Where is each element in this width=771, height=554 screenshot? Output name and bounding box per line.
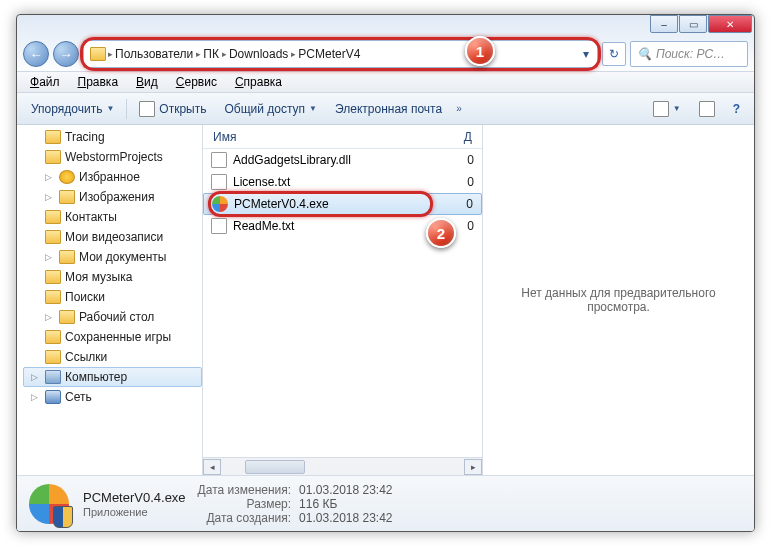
callout-1: 1 xyxy=(465,36,495,66)
txt-icon xyxy=(211,174,227,190)
shield-icon xyxy=(53,506,73,528)
tree-item[interactable]: ▷Избранное xyxy=(23,167,202,187)
scroll-thumb[interactable] xyxy=(245,460,305,474)
hscrollbar[interactable]: ◂▸ xyxy=(203,457,482,475)
toolbar: Упорядочить▼ Открыть Общий доступ▼ Элект… xyxy=(17,93,754,125)
col-name[interactable]: Имя xyxy=(213,130,456,144)
titlebar: – ▭ ✕ xyxy=(17,15,754,37)
nav-tree: Tracing WebstormProjects ▷Избранное ▷Изо… xyxy=(17,125,203,475)
folder-icon xyxy=(45,150,61,164)
folder-icon xyxy=(90,47,106,61)
minimize-button[interactable]: – xyxy=(650,15,678,33)
exe-icon xyxy=(212,196,228,212)
folder-icon xyxy=(45,330,61,344)
tree-item[interactable]: WebstormProjects xyxy=(23,147,202,167)
col-date[interactable]: Д xyxy=(464,130,472,144)
details-filetype: Приложение xyxy=(83,506,186,518)
breadcrumb[interactable]: Downloads▸ xyxy=(229,47,296,61)
nav-row: ← → ▸ Пользователи▸ ПК▸ Downloads▸ PCMet… xyxy=(17,37,754,71)
details-pane: PCMeterV0.4.exe Приложение Дата изменени… xyxy=(17,475,754,531)
back-button[interactable]: ← xyxy=(23,41,49,67)
tree-item[interactable]: ▷Изображения xyxy=(23,187,202,207)
menu-tools[interactable]: Сервис xyxy=(169,73,224,91)
organize-button[interactable]: Упорядочить▼ xyxy=(23,99,122,119)
tree-item[interactable]: ▷Мои документы xyxy=(23,247,202,267)
menu-view[interactable]: Вид xyxy=(129,73,165,91)
details-filename: PCMeterV0.4.exe xyxy=(83,490,186,505)
tree-item[interactable]: Ссылки xyxy=(23,347,202,367)
open-button[interactable]: Открыть xyxy=(131,98,214,120)
txt-icon xyxy=(211,218,227,234)
tree-item[interactable]: Сохраненные игры xyxy=(23,327,202,347)
star-icon xyxy=(59,170,75,184)
toolbar-overflow[interactable]: » xyxy=(452,103,466,114)
tree-item[interactable]: Моя музыка xyxy=(23,267,202,287)
view-icon xyxy=(653,101,669,117)
tree-item[interactable]: Мои видеозаписи xyxy=(23,227,202,247)
breadcrumb[interactable]: ПК▸ xyxy=(203,47,227,61)
search-icon: 🔍 xyxy=(637,47,652,61)
view-button[interactable]: ▼ xyxy=(645,98,689,120)
folder-icon xyxy=(45,210,61,224)
tree-item-network[interactable]: ▷Сеть xyxy=(23,387,202,407)
folder-icon xyxy=(59,190,75,204)
preview-pane: Нет данных для предварительного просмотр… xyxy=(483,125,754,475)
file-list: Имя Д AddGadgetsLibrary.dll0 License.txt… xyxy=(203,125,483,475)
dll-icon xyxy=(211,152,227,168)
tree-item[interactable]: ▷Рабочий стол xyxy=(23,307,202,327)
tree-item[interactable]: Контакты xyxy=(23,207,202,227)
folder-icon xyxy=(45,350,61,364)
email-button[interactable]: Электронная почта xyxy=(327,99,450,119)
file-row[interactable]: AddGadgetsLibrary.dll0 xyxy=(203,149,482,171)
file-row-selected[interactable]: PCMeterV0.4.exe0 xyxy=(203,193,482,215)
open-icon xyxy=(139,101,155,117)
file-row[interactable]: License.txt0 xyxy=(203,171,482,193)
breadcrumb[interactable]: PCMeterV4 xyxy=(298,47,360,61)
computer-icon xyxy=(45,370,61,384)
help-button[interactable]: ? xyxy=(725,99,748,119)
tree-item[interactable]: Поиски xyxy=(23,287,202,307)
network-icon xyxy=(45,390,61,404)
menu-edit[interactable]: Правка xyxy=(71,73,126,91)
menubar: Файл Правка Вид Сервис Справка xyxy=(17,71,754,93)
tree-item[interactable]: Tracing xyxy=(23,127,202,147)
address-bar[interactable]: ▸ Пользователи▸ ПК▸ Downloads▸ PCMeterV4… xyxy=(83,40,598,68)
menu-file[interactable]: Файл xyxy=(23,73,67,91)
share-button[interactable]: Общий доступ▼ xyxy=(216,99,325,119)
preview-pane-button[interactable] xyxy=(691,98,723,120)
search-input[interactable]: 🔍 Поиск: PC… xyxy=(630,41,748,67)
preview-icon xyxy=(699,101,715,117)
folder-icon xyxy=(59,310,75,324)
menu-help[interactable]: Справка xyxy=(228,73,289,91)
refresh-button[interactable]: ↻ xyxy=(602,42,626,66)
breadcrumb[interactable]: Пользователи▸ xyxy=(115,47,201,61)
column-headers[interactable]: Имя Д xyxy=(203,125,482,149)
folder-icon xyxy=(45,230,61,244)
folder-icon xyxy=(45,270,61,284)
forward-button[interactable]: → xyxy=(53,41,79,67)
tree-item-computer[interactable]: ▷Компьютер xyxy=(23,367,202,387)
file-large-icon xyxy=(27,482,71,526)
folder-icon xyxy=(59,250,75,264)
address-dropdown[interactable]: ▾ xyxy=(577,43,595,65)
folder-icon xyxy=(45,290,61,304)
close-button[interactable]: ✕ xyxy=(708,15,752,33)
callout-2: 2 xyxy=(426,218,456,248)
folder-icon xyxy=(45,130,61,144)
maximize-button[interactable]: ▭ xyxy=(679,15,707,33)
